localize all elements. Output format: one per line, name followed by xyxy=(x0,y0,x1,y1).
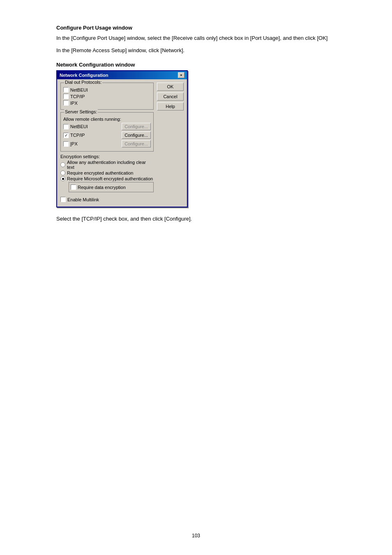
dial-out-label: Dial out Protocols: xyxy=(64,80,102,85)
tcpip-dialout-row: TCP/IP xyxy=(63,94,151,99)
tcpip-server-label: TCP/IP xyxy=(70,133,85,138)
tcpip-server-row: TCP/IP Configure... xyxy=(63,131,151,139)
netbeui-dialout-row: NetBEUI xyxy=(63,87,151,92)
ipx-server-label: IPX xyxy=(70,141,78,146)
tcpip-configure-btn[interactable]: Configure... xyxy=(122,131,151,139)
page-number: 103 xyxy=(48,533,344,539)
dialog-left-column: Dial out Protocols: NetBEUI TCP/IP xyxy=(60,83,154,203)
auth-ms-label: Require Microsoft encrypted authenticati… xyxy=(67,176,153,181)
netbeui-dialout-checkbox[interactable] xyxy=(63,87,69,92)
netbeui-dialout-label: NetBEUI xyxy=(70,88,88,92)
require-data-row: Require data encryption xyxy=(71,184,152,190)
auth-encrypted-row: Require encrypted authentication xyxy=(60,170,154,175)
close-button[interactable]: × xyxy=(178,72,184,78)
encryption-section: Encryption settings: Allow any authentic… xyxy=(60,154,154,192)
configure-port-heading: Configure Port Usage window xyxy=(56,25,336,31)
tcpip-server-checkbox[interactable] xyxy=(63,133,69,138)
auth-encrypted-radio[interactable] xyxy=(60,170,65,175)
tcpip-dialout-label: TCP/IP xyxy=(70,94,85,99)
server-settings-label: Server Settings: xyxy=(64,109,98,114)
ipx-server-checkbox[interactable] xyxy=(63,141,69,147)
tcpip-server-left: TCP/IP xyxy=(63,133,85,138)
allow-clients-label: Allow remote clients running: xyxy=(63,117,151,122)
auth-any-radio[interactable] xyxy=(60,162,65,167)
help-button[interactable]: Help xyxy=(157,102,184,111)
window-section-label: Network Configuration window xyxy=(56,62,336,68)
require-data-checkbox[interactable] xyxy=(71,184,76,190)
footer-text: Select the [TCP/IP] check box, and then … xyxy=(56,215,336,223)
dialog-right-column: OK Cancel Help xyxy=(157,83,184,203)
netbeui-configure-btn[interactable]: Configure... xyxy=(122,123,151,130)
ipx-dialout-label: IPX xyxy=(70,101,78,106)
auth-ms-radio[interactable] xyxy=(60,176,65,181)
netbeui-server-left: NetBEUI xyxy=(63,124,88,129)
multilink-row: Enable Multilink xyxy=(60,197,154,202)
ipx-dialout-row: IPX xyxy=(63,100,151,106)
ipx-dialout-checkbox[interactable] xyxy=(63,100,69,106)
ok-button[interactable]: OK xyxy=(157,83,184,91)
netbeui-server-label: NetBEUI xyxy=(70,124,88,129)
paragraph-1: In the [Configure Port Usage] window, se… xyxy=(56,34,336,42)
auth-any-row: Allow any authentication including clear… xyxy=(60,160,154,170)
auth-ms-row: Require Microsoft encrypted authenticati… xyxy=(60,176,154,181)
tcpip-dialout-checkbox[interactable] xyxy=(63,94,69,99)
multilink-label: Enable Multilink xyxy=(67,197,99,202)
multilink-checkbox[interactable] xyxy=(60,197,66,202)
dial-out-groupbox: Dial out Protocols: NetBEUI TCP/IP xyxy=(60,83,154,110)
ms-encrypt-box: Require data encryption xyxy=(69,182,154,192)
paragraph-2: In the [Remote Access Setup] window, cli… xyxy=(56,46,336,55)
ipx-configure-btn[interactable]: Configure... xyxy=(122,140,151,147)
cancel-button[interactable]: Cancel xyxy=(157,92,184,101)
encryption-label: Encryption settings: xyxy=(60,154,154,159)
dialog-title: Network Configuration xyxy=(60,73,108,78)
server-settings-groupbox: Server Settings: Allow remote clients ru… xyxy=(60,112,154,152)
ipx-server-left: IPX xyxy=(63,141,78,147)
auth-any-label: Allow any authentication including clear… xyxy=(67,160,154,170)
network-config-dialog: Network Configuration × Dial out Protoco… xyxy=(56,70,188,207)
netbeui-server-row: NetBEUI Configure... xyxy=(63,123,151,130)
netbeui-server-checkbox[interactable] xyxy=(63,124,69,129)
dialog-titlebar: Network Configuration × xyxy=(57,71,187,79)
ipx-server-row: IPX Configure... xyxy=(63,140,151,147)
auth-encrypted-label: Require encrypted authentication xyxy=(67,170,133,175)
network-config-section: Network Configuration window Network Con… xyxy=(56,62,336,207)
dialog-body: Dial out Protocols: NetBEUI TCP/IP xyxy=(57,79,187,207)
require-data-label: Require data encryption xyxy=(78,185,126,190)
